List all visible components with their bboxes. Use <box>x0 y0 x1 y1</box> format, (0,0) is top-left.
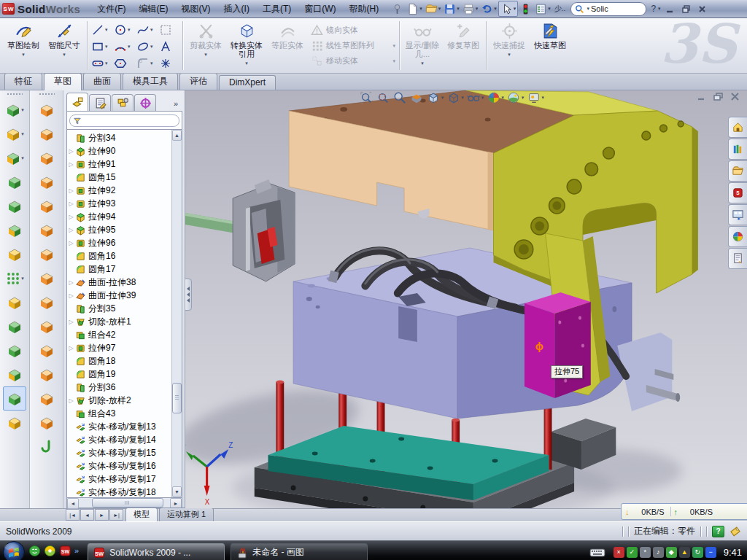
tree-item[interactable]: ▷切除-放样2 <box>67 394 171 407</box>
dropdown-caret-icon[interactable]: ▾ <box>514 6 516 12</box>
tool-mirror[interactable] <box>3 362 26 386</box>
taskpane-tab-solidworks-forum[interactable]: S <box>728 182 747 203</box>
tree-item[interactable]: 圆角17 <box>67 262 171 276</box>
tool-wrap[interactable] <box>35 146 58 170</box>
undo-button[interactable]: ▾ <box>479 1 498 16</box>
select-curs-button[interactable]: ▾ <box>498 1 519 17</box>
quick-tips-button[interactable]: ? <box>712 526 724 537</box>
menu-2[interactable]: 视图(V) <box>175 1 217 18</box>
dropdown-caret-icon[interactable]: ▾ <box>245 59 248 68</box>
tool-hole-wizard[interactable] <box>3 242 26 266</box>
cmd-转换实体引用[interactable]: 转换实体引用▾ <box>226 18 267 73</box>
minimize-button[interactable] <box>664 4 677 15</box>
tool-flex[interactable] <box>35 98 58 122</box>
tool-shell[interactable] <box>3 338 26 362</box>
panel-tab-configuration-manager[interactable] <box>112 94 133 111</box>
tree-item[interactable]: ▷拉伸93 <box>67 197 171 210</box>
tree-item[interactable]: 实体-移动/复制17 <box>67 472 171 486</box>
cmd-快速草图[interactable]: 快速草图 <box>530 18 570 73</box>
headsup-zoom-fit[interactable] <box>359 91 374 104</box>
tree-item[interactable]: 分割36 <box>67 381 171 394</box>
tab-特征[interactable]: 特征 <box>4 73 42 90</box>
sketch-tool-spline[interactable]: ▾ <box>135 21 158 38</box>
tree-item[interactable]: 实体-移动/复制13 <box>67 420 171 433</box>
dropdown-caret-icon[interactable]: ▾ <box>392 43 397 49</box>
sketch-tool-polygon[interactable] <box>112 55 135 71</box>
expand-arrow-icon[interactable]: ▷ <box>67 319 75 325</box>
tree-item[interactable]: ▷切除-放样1 <box>67 315 171 328</box>
tool-reference-geometry[interactable] <box>3 411 26 435</box>
tool-shut-off-surface[interactable] <box>35 338 58 362</box>
expand-arrow-icon[interactable]: ▷ <box>67 345 75 351</box>
new-doc-button[interactable]: ▾ <box>405 1 424 16</box>
overflow-text[interactable]: 少.. <box>552 4 568 14</box>
taskpane-tab-view-palette[interactable] <box>728 204 747 225</box>
language-keyboard-icon[interactable] <box>589 547 605 559</box>
quicklaunch-messenger[interactable] <box>28 545 41 560</box>
dropdown-caret-icon[interactable]: ▾ <box>150 27 153 33</box>
tray-volume[interactable]: ♪ <box>653 547 664 558</box>
tab-评估[interactable]: 评估 <box>179 73 217 90</box>
tab-scroll-button-1[interactable]: ◄ <box>80 509 94 521</box>
scroll-track[interactable] <box>172 141 182 486</box>
cmd-移动实体[interactable]: 移动实体▾ <box>308 54 397 69</box>
tool-tooling-split[interactable] <box>35 386 58 411</box>
panel-tab-property-manager[interactable] <box>89 94 111 111</box>
expand-arrow-icon[interactable]: ▷ <box>67 240 75 246</box>
dropdown-caret-icon[interactable]: ▾ <box>542 95 545 101</box>
tool-move-face[interactable] <box>35 218 58 242</box>
quicklaunch-solidworks[interactable]: SW <box>59 545 71 560</box>
dropdown-caret-icon[interactable]: ▾ <box>438 6 441 12</box>
expand-arrow-icon[interactable]: ▷ <box>67 148 75 155</box>
tree-item[interactable]: ▷拉伸96 <box>67 236 171 249</box>
tab-DimXpert[interactable]: DimXpert <box>219 75 276 90</box>
save-button[interactable]: ▾ <box>442 1 461 16</box>
cmd-镜向实体[interactable]: 镜向实体 <box>308 23 397 38</box>
dropdown-caret-icon[interactable]: ▾ <box>462 95 465 101</box>
cmd-草图绘制[interactable]: 草图绘制▾ <box>3 18 44 73</box>
tag-icon[interactable] <box>729 526 741 537</box>
taskpane-tab-appearances-scenes[interactable] <box>728 226 747 247</box>
headsup-hide-show-items[interactable]: ▾ <box>466 91 484 104</box>
tree-item[interactable]: 实体-移动/复制16 <box>67 459 171 472</box>
part-cavity-insert[interactable] <box>233 179 295 281</box>
tree-item[interactable]: ▷拉伸94 <box>67 210 171 223</box>
search-box[interactable]: ▾ Solic <box>570 2 646 16</box>
tray-plug[interactable]: ◆ <box>666 547 677 558</box>
tree-item[interactable]: 组合43 <box>67 407 171 420</box>
pin-button[interactable] <box>390 1 405 16</box>
dropdown-caret-icon[interactable]: ▾ <box>481 95 484 101</box>
tab-草图[interactable]: 草图 <box>44 73 82 90</box>
headsup-zoom-area[interactable] <box>376 91 390 104</box>
expand-arrow-icon[interactable]: ▷ <box>67 292 75 299</box>
dropdown-caret-icon[interactable]: ▾ <box>522 95 525 101</box>
close-button[interactable] <box>696 4 709 15</box>
cmd-剪裁实体[interactable]: 剪裁实体▾ <box>185 18 226 73</box>
tree-filter-input[interactable] <box>69 114 179 127</box>
dropdown-caret-icon[interactable]: ▾ <box>457 6 460 12</box>
tool-lofted-boss[interactable] <box>3 170 26 194</box>
tray-green-shield[interactable]: ✓ <box>627 547 638 558</box>
print-button[interactable]: ▾ <box>461 1 480 16</box>
dropdown-caret-icon[interactable]: ▾ <box>21 131 24 137</box>
tab-scroll-button-0[interactable]: |◄ <box>66 509 80 521</box>
headsup-section-view[interactable] <box>409 91 424 104</box>
tool-parting-line[interactable] <box>35 314 58 338</box>
menu-6[interactable]: 帮助(H) <box>343 1 386 18</box>
dropdown-caret-icon[interactable]: ▾ <box>105 44 108 50</box>
dropdown-caret-icon[interactable]: ▾ <box>21 155 24 161</box>
tool-deform[interactable] <box>35 170 58 194</box>
cmd-修复草图[interactable]: 修复草图 <box>443 18 484 73</box>
tree-item[interactable]: 实体-移动/复制18 <box>67 486 171 497</box>
taskbar-item-solidworks[interactable]: SW SolidWorks 2009 - ... <box>88 543 225 560</box>
sketch-tool-ellipse[interactable]: ▾ <box>135 38 158 55</box>
dropdown-caret-icon[interactable]: ▾ <box>441 95 444 101</box>
sketch-tool-sketch-text[interactable] <box>158 38 180 55</box>
tray-blocked[interactable]: − <box>705 547 716 558</box>
doc-restore-button[interactable] <box>713 93 723 101</box>
tool-sketched-bend[interactable] <box>35 435 58 459</box>
sketch-tool-arc[interactable]: ▾ <box>112 38 135 55</box>
tree-item[interactable]: ▷拉伸95 <box>67 223 171 236</box>
doc-tab-模型[interactable]: 模型 <box>125 508 158 521</box>
scroll-up-button[interactable]: ▲ <box>172 130 182 141</box>
